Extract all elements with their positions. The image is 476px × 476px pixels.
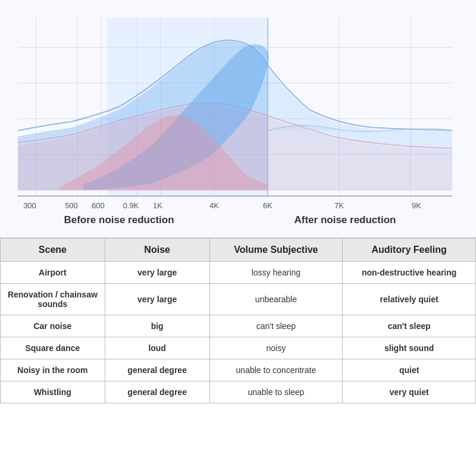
cell-noise: general degree (105, 359, 209, 381)
cell-auditory: can't sleep (343, 315, 476, 337)
comparison-table: Scene Noise Volume Subjective Auditory F… (0, 238, 476, 403)
cell-volume: can't sleep (209, 315, 343, 337)
cell-scene: Square dance (1, 337, 105, 359)
cell-volume: unable to sleep (209, 381, 343, 403)
cell-volume: noisy (209, 337, 343, 359)
cell-scene: Car noise (1, 315, 105, 337)
cell-volume: unable to concentrate (209, 359, 343, 381)
svg-text:9K: 9K (412, 201, 421, 210)
cell-scene: Noisy in the room (1, 359, 105, 381)
svg-text:0.9K: 0.9K (123, 201, 139, 210)
chart-area: 300 500 600 0.9K 1K 4K 6K 7K 9K Before n… (0, 0, 476, 238)
cell-volume: unbearable (209, 284, 343, 315)
cell-noise: very large (105, 284, 209, 315)
cell-auditory: relatively quiet (343, 284, 476, 315)
col-header-scene: Scene (1, 239, 105, 262)
svg-text:1K: 1K (153, 201, 162, 210)
svg-text:6K: 6K (263, 201, 273, 210)
cell-auditory: quiet (343, 359, 476, 381)
cell-scene: Whistling (1, 381, 105, 403)
svg-text:500: 500 (65, 201, 78, 210)
table-row: Renovation / chainsaw soundsvery largeun… (1, 284, 476, 315)
svg-text:7K: 7K (334, 201, 344, 210)
table-row: Noisy in the roomgeneral degreeunable to… (1, 359, 476, 381)
svg-text:Before noise reduction: Before noise reduction (64, 214, 174, 226)
cell-scene: Renovation / chainsaw sounds (1, 284, 105, 315)
table-row: Airportvery largelossy hearingnon-destru… (1, 262, 476, 284)
cell-noise: very large (105, 262, 209, 284)
cell-noise: loud (105, 337, 209, 359)
cell-auditory: very quiet (343, 381, 476, 403)
cell-volume: lossy hearing (209, 262, 343, 284)
svg-text:600: 600 (92, 201, 105, 210)
col-header-auditory: Auditory Feeling (343, 239, 476, 262)
table-area: Scene Noise Volume Subjective Auditory F… (0, 238, 476, 403)
table-row: Whistlinggeneral degreeunable to sleepve… (1, 381, 476, 403)
svg-text:300: 300 (23, 201, 36, 210)
table-row: Square danceloudnoisyslight sound (1, 337, 476, 359)
col-header-volume: Volume Subjective (209, 239, 343, 262)
cell-auditory: slight sound (343, 337, 476, 359)
cell-auditory: non-destructive hearing (343, 262, 476, 284)
table-row: Car noisebigcan't sleepcan't sleep (1, 315, 476, 337)
col-header-noise: Noise (105, 239, 209, 262)
svg-text:After noise reduction: After noise reduction (295, 214, 396, 226)
cell-noise: general degree (105, 381, 209, 403)
cell-scene: Airport (1, 262, 105, 284)
cell-noise: big (105, 315, 209, 337)
svg-text:4K: 4K (209, 201, 219, 210)
